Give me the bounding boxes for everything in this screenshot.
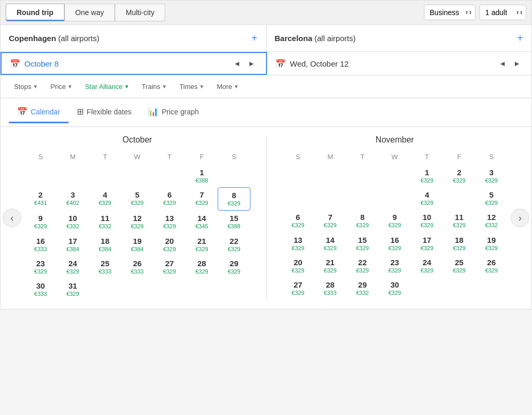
- trains-filter[interactable]: Trains ▼: [137, 80, 172, 94]
- day-cell-18[interactable]: 18€329: [443, 232, 475, 255]
- return-date-nav: ◄ ►: [496, 58, 523, 69]
- october-day-headers: S M T W T F S: [24, 151, 250, 165]
- oct-wed-header: W: [121, 151, 153, 165]
- day-cell-17[interactable]: 17€384: [57, 234, 89, 256]
- depart-date-input[interactable]: 📅 October 8 ◄ ►: [1, 52, 267, 75]
- depart-next-button[interactable]: ►: [245, 58, 258, 69]
- day-cell-29[interactable]: 29€329: [218, 256, 250, 278]
- day-cell-10[interactable]: 10€329: [411, 210, 443, 232]
- day-cell-8[interactable]: 8€329: [347, 210, 379, 232]
- destination-input[interactable]: Barcelona (all airports) +: [267, 25, 532, 51]
- day-cell-empty: [475, 277, 508, 300]
- star-alliance-filter[interactable]: Star Alliance ▼: [80, 80, 135, 94]
- day-cell-23[interactable]: 23€329: [379, 255, 411, 277]
- day-cell-2[interactable]: 2€431: [24, 187, 57, 211]
- day-cell-26[interactable]: 26€329: [475, 255, 508, 277]
- day-cell-7[interactable]: 7€329: [314, 210, 347, 232]
- day-cell-9[interactable]: 9€329: [379, 210, 411, 232]
- times-arrow: ▼: [199, 84, 204, 89]
- day-cell-15[interactable]: 15€329: [347, 232, 379, 255]
- day-cell-19[interactable]: 19€384: [121, 234, 153, 256]
- day-cell-7[interactable]: 7€329: [185, 187, 218, 211]
- day-cell-23[interactable]: 23€329: [24, 256, 57, 278]
- day-cell-25[interactable]: 25€329: [443, 255, 475, 277]
- day-cell-28[interactable]: 28€333: [314, 277, 347, 300]
- more-filter[interactable]: More ▼: [211, 80, 244, 94]
- day-cell-16[interactable]: 16€329: [379, 232, 411, 255]
- day-cell-26[interactable]: 26€333: [121, 256, 153, 278]
- day-cell-28[interactable]: 28€329: [185, 256, 218, 278]
- day-cell-9[interactable]: 9€329: [24, 211, 57, 233]
- depart-date-nav: ◄ ►: [231, 58, 258, 69]
- day-cell-25[interactable]: 25€333: [89, 256, 121, 278]
- day-cell-16[interactable]: 16€333: [24, 234, 57, 256]
- day-cell-30[interactable]: 30€333: [24, 278, 57, 301]
- day-cell-22[interactable]: 22€329: [218, 234, 250, 256]
- times-filter[interactable]: Times ▼: [174, 80, 209, 94]
- oct-fri-header: F: [185, 151, 218, 165]
- day-cell-11[interactable]: 11€329: [443, 210, 475, 232]
- day-cell-18[interactable]: 18€384: [89, 234, 121, 256]
- day-cell-12[interactable]: 12€329: [121, 211, 153, 233]
- day-cell-24[interactable]: 24€329: [57, 256, 89, 278]
- return-prev-button[interactable]: ◄: [496, 58, 509, 69]
- day-cell-14[interactable]: 14€329: [314, 232, 347, 255]
- day-cell-10[interactable]: 10€332: [57, 211, 89, 233]
- calendar-view-tab[interactable]: 📅 Calendar: [9, 101, 69, 123]
- round-trip-tab[interactable]: Round trip: [6, 4, 64, 21]
- day-cell-15[interactable]: 15€388: [218, 211, 250, 233]
- day-cell-6[interactable]: 6€329: [153, 187, 185, 211]
- one-way-tab[interactable]: One way: [64, 4, 115, 21]
- day-cell-13[interactable]: 13€329: [153, 211, 185, 233]
- day-cell-5[interactable]: 5€329: [475, 187, 508, 210]
- day-cell-17[interactable]: 17€329: [411, 232, 443, 255]
- day-cell-1[interactable]: 1€388: [185, 165, 218, 187]
- day-cell-2[interactable]: 2€329: [443, 165, 475, 187]
- day-cell-8[interactable]: 8€329: [218, 187, 250, 211]
- day-cell-1[interactable]: 1€329: [411, 165, 443, 187]
- main-container: Round trip One way Multi-city Economy Bu…: [0, 0, 532, 309]
- day-cell-30[interactable]: 30€329: [379, 277, 411, 300]
- day-cell-21[interactable]: 21€329: [185, 234, 218, 256]
- november-day-headers: S M T W T F S: [282, 151, 508, 165]
- day-cell-12[interactable]: 12€332: [475, 210, 508, 232]
- day-cell-3[interactable]: 3€329: [475, 165, 508, 187]
- day-cell-3[interactable]: 3€402: [57, 187, 89, 211]
- multi-city-tab[interactable]: Multi-city: [115, 4, 165, 21]
- destination-text: Barcelona (all airports): [275, 34, 356, 43]
- origin-plus[interactable]: +: [251, 32, 258, 44]
- price-filter[interactable]: Price ▼: [45, 80, 78, 94]
- day-cell-4[interactable]: 4€329: [89, 187, 121, 211]
- prev-month-button[interactable]: ‹: [3, 209, 21, 227]
- day-cell-20[interactable]: 20€329: [153, 234, 185, 256]
- depart-prev-button[interactable]: ◄: [231, 58, 243, 69]
- day-cell-22[interactable]: 22€329: [347, 255, 379, 277]
- stops-filter[interactable]: Stops ▼: [9, 80, 43, 94]
- day-cell-27[interactable]: 27€329: [153, 256, 185, 278]
- day-cell-21[interactable]: 21€329: [314, 255, 347, 277]
- day-cell-5[interactable]: 5€329: [121, 187, 153, 211]
- day-cell-27[interactable]: 27€329: [282, 277, 314, 300]
- day-cell-24[interactable]: 24€329: [411, 255, 443, 277]
- day-cell-31[interactable]: 31€329: [57, 278, 89, 301]
- class-select[interactable]: Economy Business First: [424, 5, 475, 20]
- destination-plus[interactable]: +: [517, 32, 523, 44]
- day-cell-11[interactable]: 11€332: [89, 211, 121, 233]
- more-arrow: ▼: [234, 84, 239, 89]
- day-cell-19[interactable]: 19€329: [475, 232, 508, 255]
- day-cell-20[interactable]: 20€329: [282, 255, 314, 277]
- day-cell-13[interactable]: 13€329: [282, 232, 314, 255]
- day-cell-4[interactable]: 4€329: [411, 187, 443, 210]
- price-graph-view-tab[interactable]: 📊 Price graph: [140, 101, 207, 123]
- origin-input[interactable]: Copenhagen (all airports) +: [1, 25, 267, 51]
- return-next-button[interactable]: ►: [511, 58, 523, 69]
- day-cell-6[interactable]: 6€329: [282, 210, 314, 232]
- day-cell-14[interactable]: 14€345: [185, 211, 218, 233]
- return-date-input[interactable]: 📅 Wed, October 12 ◄ ►: [267, 52, 531, 75]
- flexible-view-tab[interactable]: ⊞ Flexible dates: [69, 101, 140, 123]
- next-month-button[interactable]: ›: [511, 209, 529, 227]
- day-cell-empty: [411, 277, 443, 300]
- origin-text: Copenhagen (all airports): [9, 34, 99, 43]
- passengers-select[interactable]: 1 adult 2 adults: [480, 5, 526, 20]
- day-cell-29[interactable]: 29€332: [347, 277, 379, 300]
